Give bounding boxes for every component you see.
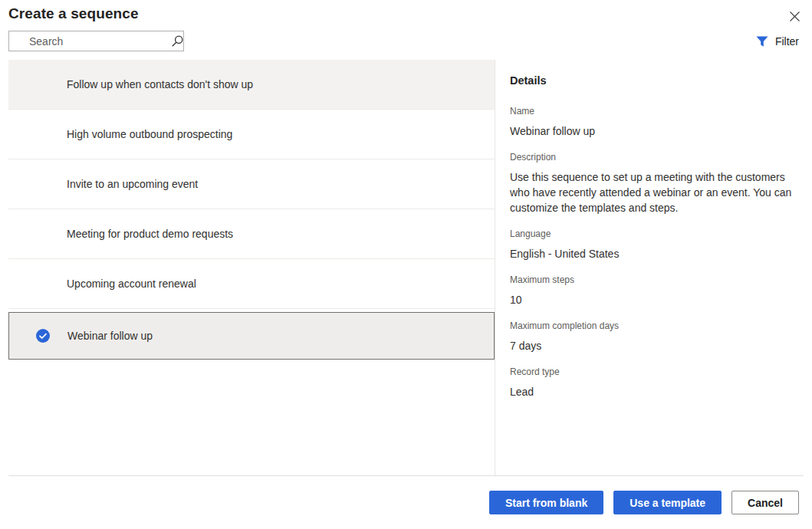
- detail-label: Name: [510, 106, 792, 117]
- list-item-high-volume-prospecting[interactable]: High volume outbound prospecting: [8, 110, 495, 159]
- list-item-account-renewal[interactable]: Upcoming account renewal: [8, 259, 495, 309]
- search-icon[interactable]: [168, 34, 191, 48]
- list-item-invite-upcoming-event[interactable]: Invite to an upcoming event: [8, 159, 495, 209]
- list-item-label: Meeting for product demo requests: [67, 228, 233, 240]
- start-from-blank-button[interactable]: Start from blank: [489, 491, 603, 514]
- detail-field-description: Description Use this sequence to set up …: [510, 152, 792, 215]
- filter-label: Filter: [775, 35, 799, 48]
- detail-label: Record type: [510, 366, 792, 377]
- list-item-label: Invite to an upcoming event: [67, 178, 198, 190]
- detail-value: Use this sequence to set up a meeting wi…: [510, 169, 792, 215]
- detail-label: Language: [510, 228, 792, 239]
- list-item-label: High volume outbound prospecting: [67, 128, 232, 140]
- detail-value: Webinar follow up: [510, 123, 792, 139]
- detail-field-record-type: Record type Lead: [510, 366, 792, 399]
- detail-field-max-completion-days: Maximum completion days 7 days: [510, 320, 792, 353]
- details-panel: Details Name Webinar follow up Descripti…: [510, 74, 792, 412]
- detail-value: 10: [510, 292, 792, 307]
- search-input[interactable]: [9, 31, 168, 51]
- sequence-template-list: Follow up when contacts don't show up Hi…: [8, 60, 495, 360]
- filter-icon: [756, 36, 768, 48]
- selected-check-icon: [36, 329, 50, 343]
- list-item-follow-up-no-show[interactable]: Follow up when contacts don't show up: [8, 60, 495, 110]
- list-details-divider: [495, 60, 495, 476]
- detail-field-name: Name Webinar follow up: [510, 106, 792, 139]
- detail-label: Description: [510, 152, 792, 163]
- detail-field-maximum-steps: Maximum steps 10: [510, 274, 792, 307]
- detail-value: Lead: [510, 384, 792, 399]
- footer: Start from blank Use a template Cancel: [0, 476, 812, 529]
- create-sequence-dialog: Create a sequence Filter Follow up when …: [0, 0, 812, 529]
- filter-button[interactable]: Filter: [756, 33, 799, 50]
- page-title: Create a sequence: [8, 5, 139, 22]
- list-item-product-demo-requests[interactable]: Meeting for product demo requests: [8, 209, 495, 259]
- detail-value: 7 days: [510, 338, 792, 353]
- cancel-button[interactable]: Cancel: [731, 491, 799, 514]
- list-item-label: Webinar follow up: [67, 330, 153, 342]
- list-item-webinar-follow-up[interactable]: Webinar follow up: [8, 312, 495, 360]
- list-item-label: Upcoming account renewal: [67, 278, 196, 290]
- close-button[interactable]: [787, 8, 802, 24]
- detail-label: Maximum completion days: [510, 320, 792, 331]
- detail-value: English - United States: [510, 246, 792, 261]
- list-item-label: Follow up when contacts don't show up: [67, 78, 253, 90]
- close-icon: [789, 11, 800, 22]
- details-heading: Details: [510, 74, 792, 87]
- detail-label: Maximum steps: [510, 274, 792, 285]
- detail-field-language: Language English - United States: [510, 228, 792, 261]
- use-a-template-button[interactable]: Use a template: [613, 491, 722, 514]
- search-box: [8, 31, 184, 51]
